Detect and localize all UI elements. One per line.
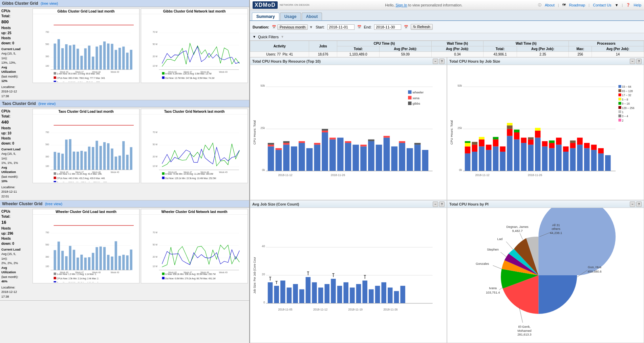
- svg-rect-253: [514, 132, 520, 140]
- about-link[interactable]: About: [545, 3, 555, 7]
- tab-summary[interactable]: Summary: [252, 13, 279, 20]
- contact-us-link[interactable]: Contact Us: [593, 3, 611, 7]
- svg-rect-75: [92, 147, 94, 170]
- sub-total2: Total:: [484, 46, 517, 52]
- stats-table: Activity Jobs CPU Time (h) Wait Time (h)…: [250, 41, 644, 57]
- svg-rect-273: [570, 143, 576, 148]
- roadmap-link[interactable]: Roadmap: [569, 3, 585, 7]
- svg-text:103,751.4: 103,751.4: [486, 291, 500, 294]
- chart-help-btn-2[interactable]: ?: [636, 59, 642, 64]
- svg-text:1: 1: [622, 111, 624, 114]
- sign-in-link[interactable]: Sign In: [395, 3, 407, 7]
- sub-max: Max:: [569, 46, 592, 52]
- cluster-charts: Gibbs Cluster Grid Load last month 700 5…: [33, 8, 248, 99]
- chart-minimize-btn-2[interactable]: −: [630, 59, 635, 64]
- quick-filters-label[interactable]: Quick Filters: [258, 35, 279, 39]
- chart-help-btn-4[interactable]: ?: [636, 201, 642, 207]
- svg-rect-218: [408, 90, 411, 94]
- svg-text:70 M: 70 M: [153, 31, 157, 33]
- svg-rect-248: [507, 136, 513, 171]
- chart-minimize-btn-1[interactable]: −: [433, 59, 438, 64]
- load-chart-title: Wheeler Cluster Grid Load last month: [33, 209, 139, 215]
- right-panel: XDMoD NETWORK ON DESIGN Hello, Sign In t…: [250, 0, 644, 343]
- svg-text:50 M: 50 M: [153, 43, 157, 45]
- chart-minimize-btn-3[interactable]: −: [433, 201, 438, 207]
- svg-rect-84: [126, 155, 128, 170]
- svg-rect-81: [115, 156, 117, 170]
- start-date-input[interactable]: [327, 24, 355, 30]
- svg-text:10 M: 10 M: [153, 65, 157, 67]
- svg-text:281,613.3: 281,613.3: [517, 333, 531, 336]
- svg-text:CPUs Now: 800.0 Min: 768.0 Avg: CPUs Now: 800.0 Min: 768.0 Avg: 777.7 Ma…: [57, 77, 106, 80]
- end-date-input[interactable]: [374, 24, 401, 30]
- svg-text:65 – 128: 65 – 128: [622, 90, 633, 93]
- svg-rect-148: [54, 273, 56, 275]
- svg-text:Week 49: Week 49: [111, 171, 119, 173]
- svg-text:700: 700: [45, 131, 49, 133]
- svg-rect-190: [314, 145, 321, 171]
- svg-rect-128: [77, 258, 79, 270]
- cluster-body: CPUs Total: 16 Hosts up: 296 Hosts down:…: [0, 208, 249, 300]
- cell-wait-avg: 0.34: [431, 52, 484, 57]
- svg-rect-152: [54, 281, 56, 282]
- network-chart: Taos Cluster Grid Network last month 70 …: [141, 109, 248, 183]
- svg-rect-138: [115, 241, 117, 270]
- chart-avg-job-size-title: Avg Job Size (Core Count): [252, 202, 299, 206]
- roadmap-icon: 🗺: [562, 3, 566, 7]
- tab-about[interactable]: About: [302, 13, 322, 20]
- cell-cpu-total: 1,103,489.0: [337, 52, 380, 57]
- tree-view-link[interactable]: (tree view): [41, 1, 58, 5]
- svg-rect-263: [542, 146, 548, 171]
- svg-rect-264: [542, 141, 548, 147]
- svg-line-364: [506, 242, 513, 250]
- cluster-stats: CPUs Total: 800 Hosts up: 25 Hosts down:…: [1, 8, 31, 99]
- svg-text:10 M: 10 M: [153, 165, 157, 167]
- svg-text:700: 700: [45, 231, 49, 234]
- tab-usage[interactable]: Usage: [280, 13, 301, 20]
- calendar-start-icon[interactable]: 📅: [357, 25, 361, 29]
- svg-text:500: 500: [45, 43, 49, 45]
- header-navigation: ⓘ About | 🗺 Roadmap | Contact Us ▼ | ❓ H…: [538, 3, 641, 7]
- quick-filters-expand-icon[interactable]: ▼: [281, 35, 284, 39]
- svg-rect-182: [276, 148, 282, 150]
- calendar-end-icon[interactable]: 📅: [404, 25, 408, 29]
- svg-rect-181: [276, 150, 282, 171]
- svg-rect-262: [535, 128, 541, 131]
- svg-line-360: [493, 265, 502, 269]
- svg-rect-259: [528, 137, 534, 140]
- load-svg: 700 500 300 100 Week 46 Week 47 Week 48 …: [33, 114, 139, 182]
- svg-text:Procs Now: 94.5 Min: 1.5 Avg: : Procs Now: 94.5 Min: 1.5 Avg: 85.9 Max: …: [57, 81, 101, 82]
- chart-help-btn-1[interactable]: ?: [439, 59, 445, 64]
- tree-view-link[interactable]: (tree view): [38, 102, 56, 106]
- svg-rect-134: [100, 246, 102, 270]
- svg-rect-320: [318, 287, 323, 303]
- svg-rect-330: [381, 282, 386, 303]
- svg-text:Degnan, James: Degnan, James: [507, 225, 529, 229]
- tree-view-link[interactable]: (tree view): [45, 202, 62, 206]
- svg-rect-246: [500, 152, 506, 171]
- svg-text:10 M: 10 M: [153, 265, 157, 267]
- cluster-wheeler-cluster-grid: Wheeler Cluster Grid (tree view) CPUs To…: [0, 200, 249, 301]
- network-chart-title: Taos Cluster Grid Network last month: [141, 109, 248, 114]
- svg-rect-317: [299, 289, 304, 303]
- svg-rect-38: [54, 81, 56, 82]
- svg-text:100: 100: [45, 65, 49, 67]
- cluster-stats: CPUs Total: 16 Hosts up: 296 Hosts down:…: [1, 209, 31, 299]
- chart-help-btn-3[interactable]: ?: [439, 201, 445, 207]
- svg-text:17 – 32: 17 – 32: [622, 94, 631, 97]
- svg-rect-140: [122, 255, 125, 270]
- previous-month-button[interactable]: Previous month: [277, 24, 308, 30]
- svg-rect-112: [162, 177, 165, 179]
- svg-text:40: 40: [262, 245, 265, 248]
- svg-rect-122: [54, 250, 56, 270]
- quick-filters-bar: ▼ Quick Filters ▼: [250, 33, 644, 41]
- help-link[interactable]: Help: [634, 3, 641, 7]
- svg-text:In Now: 70.9k Min: 10.0k Avg: : In Now: 70.9k Min: 10.0k Avg: 11.2M Max:…: [165, 173, 213, 175]
- svg-rect-80: [111, 149, 113, 170]
- left-panel: Gibbs Cluster Grid (tree view) CPUs Tota…: [0, 0, 250, 343]
- svg-text:CPUs Now: 440.0 Min: 431.5 Avg: CPUs Now: 440.0 Min: 431.5 Avg: 439.9 Ma…: [57, 177, 106, 180]
- chart-minimize-btn-4[interactable]: −: [630, 201, 635, 207]
- svg-rect-69: [69, 139, 71, 170]
- svg-rect-12: [69, 45, 71, 70]
- refresh-button[interactable]: ↻ Refresh: [411, 24, 433, 30]
